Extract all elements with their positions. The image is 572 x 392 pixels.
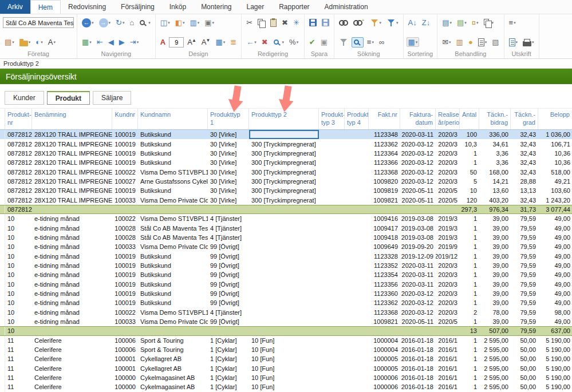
table-cell[interactable]: 49,00 bbox=[538, 289, 572, 298]
table-cell[interactable]: 2019/3 bbox=[436, 214, 460, 223]
font-size-input[interactable] bbox=[169, 37, 184, 47]
table-cell[interactable]: 2020-03-12 bbox=[400, 158, 436, 167]
table-cell[interactable]: 100019 bbox=[112, 289, 138, 298]
table-cell[interactable]: 403,20 bbox=[479, 195, 511, 204]
table-cell[interactable]: 79,59 bbox=[511, 214, 538, 223]
table-cell[interactable]: 2020/3 bbox=[436, 149, 460, 158]
table-cell[interactable]: 1 bbox=[460, 261, 479, 270]
table-cell[interactable] bbox=[345, 317, 369, 326]
table-cell[interactable]: 100019 bbox=[112, 251, 138, 260]
table-cell[interactable]: 100028 bbox=[112, 233, 138, 242]
table-cell[interactable] bbox=[319, 130, 345, 139]
table-row[interactable]: 10e-tidning månad100019Butikskund99 [Övr… bbox=[0, 298, 572, 307]
table-cell[interactable]: Butikskund bbox=[138, 186, 208, 195]
table-cell[interactable]: 1 [Cyklar] bbox=[208, 336, 249, 345]
table-row[interactable]: 10e-tidning månad100033Visma Demo Privat… bbox=[0, 242, 572, 251]
menu-tab-inköp[interactable]: Inköp bbox=[162, 0, 194, 14]
table-cell[interactable]: 2020-03-12 bbox=[400, 149, 436, 158]
table-cell[interactable]: 30 [Virke] bbox=[208, 130, 249, 139]
table-cell[interactable]: 100019 bbox=[112, 280, 138, 289]
table-cell[interactable]: 79,59 bbox=[511, 242, 538, 251]
table-cell[interactable]: 79,59 bbox=[511, 317, 538, 326]
column-header[interactable]: Täckn.- bidrag bbox=[479, 109, 511, 129]
table-cell[interactable]: 13,13 bbox=[511, 186, 538, 195]
table-row[interactable]: 0872812028X120 TRALL IMPREGNERAD100033Vi… bbox=[0, 195, 572, 204]
table-cell[interactable] bbox=[345, 251, 369, 260]
table-cell[interactable]: 1 [Cyklar] bbox=[208, 364, 249, 373]
column-header[interactable]: Fakt.nr bbox=[369, 109, 400, 129]
table-cell[interactable]: 30 [Virke] bbox=[208, 139, 249, 148]
print-button[interactable]: ▾ bbox=[521, 37, 536, 47]
table-cell[interactable]: Visma Demo ST1VBPL13 Cu bbox=[138, 167, 208, 176]
table-cell[interactable]: 1123348 bbox=[369, 130, 400, 139]
table-cell[interactable]: 300 [Tryckimpregnerat] bbox=[249, 139, 319, 148]
table-row[interactable]: 0872812028X120 TRALL IMPREGNERAD100019Bu… bbox=[0, 139, 572, 148]
table-cell[interactable]: 99 [Övrigt] bbox=[208, 251, 249, 260]
table-row[interactable]: 0872812028X120 TRALL IMPREGNERAD100019Bu… bbox=[0, 158, 572, 167]
table-cell[interactable]: 2 595,00 bbox=[479, 336, 511, 345]
table-cell[interactable]: 2019/12 bbox=[436, 251, 460, 260]
table-cell[interactable]: e-tidning månad bbox=[32, 242, 112, 251]
table-row[interactable]: 10e-tidning månad100022Visma Demo ST1VBP… bbox=[0, 214, 572, 223]
table-cell[interactable]: 11 bbox=[5, 354, 32, 363]
table-cell[interactable]: 30 [Virke] bbox=[208, 149, 249, 158]
table-cell[interactable]: 1009416 bbox=[369, 214, 400, 223]
table-cell[interactable]: Butikskund bbox=[138, 158, 208, 167]
table-cell[interactable]: 10 bbox=[5, 223, 32, 232]
table-cell[interactable] bbox=[345, 354, 369, 363]
table-cell[interactable]: 49,00 bbox=[538, 223, 572, 232]
table-cell[interactable]: 49,00 bbox=[538, 233, 572, 242]
table-cell[interactable]: 08728120 bbox=[5, 205, 32, 213]
save-all-button[interactable] bbox=[320, 18, 331, 27]
table-cell[interactable]: 08728120 bbox=[5, 167, 32, 176]
column-header[interactable]: Produkt- nr bbox=[5, 109, 32, 129]
table-cell[interactable]: Butikskund bbox=[138, 251, 208, 260]
table-cell[interactable]: 2 595,00 bbox=[479, 354, 511, 363]
table-cell[interactable]: 100000 bbox=[112, 382, 138, 391]
table-cell[interactable]: 3 077,44 bbox=[538, 205, 572, 213]
table-cell[interactable]: Visma Demo Private Cloud bbox=[138, 195, 208, 204]
table-row[interactable]: 0872812028X120 TRALL IMPREGNERAD100027Ar… bbox=[0, 177, 572, 186]
table-cell[interactable]: 168,00 bbox=[479, 167, 511, 176]
table-cell[interactable] bbox=[319, 373, 345, 382]
table-cell[interactable]: 79,59 bbox=[511, 261, 538, 270]
email-button[interactable]: ✉▾ bbox=[440, 37, 452, 47]
table-cell[interactable]: 32,43 bbox=[511, 167, 538, 176]
table-cell[interactable]: 10 [Fun] bbox=[249, 336, 319, 345]
column-header[interactable]: Antal bbox=[460, 109, 479, 129]
table-cell[interactable]: Celerifere bbox=[32, 336, 112, 345]
company-selector[interactable]: Stål Co AB Maventa Test▾ bbox=[3, 17, 74, 28]
table-cell[interactable] bbox=[319, 345, 345, 354]
table-row[interactable]: 0872812028X120 TRALL IMPREGNERAD100022Vi… bbox=[0, 167, 572, 176]
table-cell[interactable]: 14,21 bbox=[479, 177, 511, 186]
table-cell[interactable]: 28X120 TRALL IMPREGNERAD bbox=[32, 149, 112, 158]
table-cell[interactable]: e-tidning månad bbox=[32, 251, 112, 260]
table-row[interactable]: 11Celerifere100001Cykellagret AB1 [Cykla… bbox=[0, 364, 572, 373]
table-cell[interactable] bbox=[319, 233, 345, 242]
table-cell[interactable]: 1 bbox=[460, 354, 479, 363]
table-cell[interactable]: 1009418 bbox=[369, 233, 400, 242]
table-cell[interactable]: 2020/3 bbox=[436, 158, 460, 167]
table-cell[interactable]: 10,36 bbox=[538, 158, 572, 167]
table-cell[interactable]: 2020-03-12 bbox=[400, 177, 436, 186]
table-cell[interactable]: 1 bbox=[460, 336, 479, 345]
table-cell[interactable]: 1123368 bbox=[369, 167, 400, 176]
table-cell[interactable]: 4 [Tjänster] bbox=[208, 214, 249, 223]
table-row[interactable]: 10e-tidning månad100019Butikskund99 [Övr… bbox=[0, 289, 572, 298]
table-cell[interactable] bbox=[345, 139, 369, 148]
table-row[interactable]: 11Celerifere100000Cykelmagasinet AB1 [Cy… bbox=[0, 373, 572, 382]
table-cell[interactable]: 10 [Fun] bbox=[249, 382, 319, 391]
table-cell[interactable]: 39,00 bbox=[479, 280, 511, 289]
table-row[interactable]: 11Celerifere100001Cykellagret AB1 [Cykla… bbox=[0, 354, 572, 363]
table-cell[interactable]: e-tidning månad bbox=[32, 270, 112, 279]
font-decrease-button[interactable]: A▼ bbox=[200, 37, 212, 47]
company-statistics-button[interactable]: ◐▾ bbox=[34, 37, 44, 47]
table-cell[interactable] bbox=[345, 214, 369, 223]
table-cell[interactable]: 637,00 bbox=[538, 327, 572, 335]
table-cell[interactable]: 1123364 bbox=[369, 149, 400, 158]
table-cell[interactable] bbox=[249, 308, 319, 317]
table-cell[interactable]: 49,00 bbox=[538, 280, 572, 289]
table-cell[interactable]: 39,00 bbox=[479, 223, 511, 232]
table-cell[interactable] bbox=[249, 205, 319, 213]
column-header[interactable]: Produkt- typ 3 bbox=[319, 109, 345, 129]
